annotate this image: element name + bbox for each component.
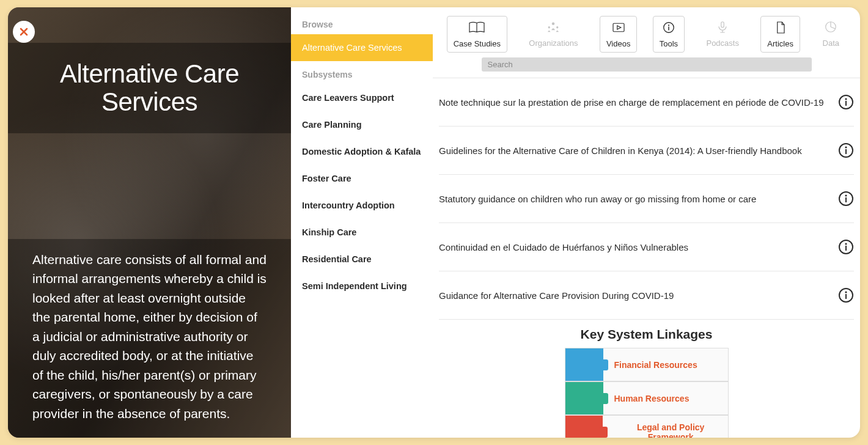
sidebar-item[interactable]: Care Leavers Support — [291, 84, 433, 111]
svg-rect-14 — [845, 149, 847, 154]
search-wrap — [433, 55, 860, 78]
sidebar-item[interactable]: Kinship Care — [291, 219, 433, 246]
mic-icon — [713, 20, 732, 36]
sidebar: Browse Alternative Care Services Subsyst… — [291, 7, 433, 438]
people-icon — [544, 20, 562, 36]
entry-title: Guidance for Alternative Care Provision … — [439, 290, 686, 301]
sidebar-item[interactable]: Semi Independent Living — [291, 273, 433, 300]
svg-rect-3 — [613, 23, 624, 32]
entry-title: Guidelines for the Alternative Care of C… — [439, 145, 814, 156]
sidebar-item-active[interactable]: Alternative Care Services — [291, 34, 433, 61]
entry-title: Continuidad en el Cuidado de Huérfanos y… — [439, 242, 701, 252]
list-item[interactable]: Note technique sur la prestation de pris… — [439, 78, 854, 127]
close-icon — [18, 26, 30, 38]
svg-point-22 — [845, 291, 847, 293]
book-icon — [468, 20, 486, 37]
svg-point-2 — [557, 26, 559, 28]
tab-label: Case Studies — [454, 39, 501, 48]
tab-label: Podcasts — [706, 39, 738, 48]
svg-rect-23 — [845, 294, 847, 299]
list-item[interactable]: Continuidad en el Cuidado de Huérfanos y… — [439, 223, 854, 271]
info-icon[interactable] — [838, 142, 854, 158]
svg-rect-17 — [845, 197, 847, 202]
tab-organizations[interactable]: Organizations — [523, 16, 584, 53]
tab-articles[interactable]: Articles — [760, 16, 800, 53]
linkage-item[interactable]: Legal and Policy Framework — [565, 415, 729, 438]
hero-panel: Alternative Care Services Alternative ca… — [8, 7, 291, 438]
sidebar-item[interactable]: Intercountry Adoption — [291, 192, 433, 219]
svg-rect-7 — [721, 22, 724, 28]
info-icon[interactable] — [838, 239, 854, 255]
page-title: Alternative Care Services — [20, 60, 279, 116]
info-circle-icon — [660, 20, 678, 37]
tab-label: Data — [823, 39, 839, 48]
entry-title: Statutory guidance on children who run a… — [439, 194, 768, 204]
linkage-item[interactable]: Financial Resources — [565, 348, 729, 381]
info-icon[interactable] — [838, 94, 854, 110]
list-item[interactable]: Statutory guidance on children who run a… — [439, 175, 854, 223]
list-item[interactable]: Guidance for Alternative Care Provision … — [439, 271, 854, 320]
puzzle-icon — [565, 416, 603, 438]
linkage-item[interactable]: Human Resources — [565, 381, 729, 415]
sidebar-item[interactable]: Foster Care — [291, 165, 433, 192]
svg-point-5 — [668, 24, 669, 26]
tab-label: Tools — [660, 39, 678, 48]
search-input[interactable] — [482, 57, 812, 72]
sidebar-item[interactable]: Residential Care — [291, 246, 433, 273]
svg-point-13 — [845, 146, 847, 148]
linkages-title: Key System Linkages — [439, 327, 854, 342]
tab-podcasts[interactable]: Podcasts — [700, 16, 745, 53]
hero-description: Alternative care consists of all formal … — [32, 250, 267, 424]
puzzle-icon — [565, 382, 603, 414]
linkage-label: Financial Resources — [603, 360, 697, 370]
close-button[interactable] — [13, 21, 35, 43]
document-icon — [771, 20, 790, 37]
sidebar-header-subsystems: Subsystems — [291, 61, 433, 84]
linkage-label: Human Resources — [603, 394, 690, 403]
svg-point-0 — [552, 23, 555, 26]
list-item[interactable]: Guidelines for the Alternative Care of C… — [439, 127, 854, 175]
svg-point-16 — [845, 194, 847, 196]
tab-tools[interactable]: Tools — [653, 16, 685, 53]
svg-rect-20 — [845, 246, 847, 251]
svg-rect-6 — [668, 27, 669, 31]
tab-label: Organizations — [529, 39, 578, 48]
info-icon[interactable] — [838, 191, 854, 207]
tab-label: Videos — [606, 39, 631, 48]
tabs-row: Case StudiesOrganizationsVideosToolsPodc… — [433, 7, 860, 55]
content-list[interactable]: Note technique sur la prestation de pris… — [433, 78, 860, 438]
video-icon — [609, 20, 628, 37]
puzzle-icon — [565, 348, 603, 381]
svg-point-10 — [845, 98, 847, 100]
sidebar-header-browse: Browse — [291, 11, 433, 34]
tab-data[interactable]: Data — [815, 16, 846, 53]
main-content: Case StudiesOrganizationsVideosToolsPodc… — [433, 7, 860, 438]
pie-icon — [822, 20, 840, 36]
sidebar-item[interactable]: Care Planning — [291, 111, 433, 138]
sidebar-item[interactable]: Domestic Adoption & Kafala — [291, 138, 433, 165]
hero-title-wrap: Alternative Care Services — [8, 43, 291, 133]
svg-rect-11 — [845, 101, 847, 106]
hero-desc-wrap: Alternative care consists of all formal … — [8, 239, 291, 438]
linkage-label: Legal and Policy Framework — [603, 422, 728, 438]
tab-label: Articles — [767, 39, 793, 48]
svg-point-19 — [845, 243, 847, 245]
tab-videos[interactable]: Videos — [600, 16, 638, 53]
tab-case-studies[interactable]: Case Studies — [447, 16, 507, 53]
svg-point-1 — [548, 26, 550, 28]
entry-title: Note technique sur la prestation de pris… — [439, 97, 836, 108]
key-system-linkages: Key System Linkages Financial ResourcesH… — [439, 327, 854, 438]
modal-card: Alternative Care Services Alternative ca… — [8, 7, 860, 438]
info-icon[interactable] — [838, 287, 854, 303]
